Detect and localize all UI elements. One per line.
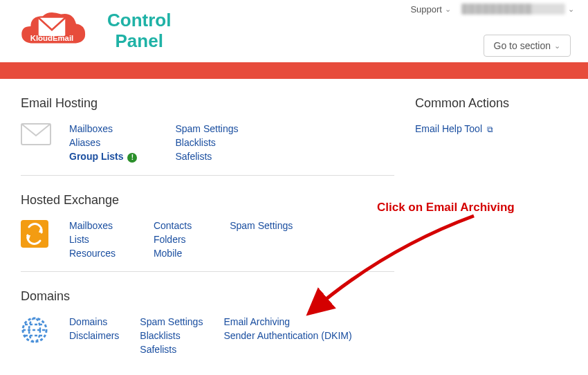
top-nav: Support ⌄ ██████████ ⌄ <box>410 3 574 15</box>
section-title: Domains <box>21 289 394 304</box>
user-label: ██████████ <box>461 3 565 15</box>
globe-icon <box>21 316 55 346</box>
link-ex-folders[interactable]: Folders <box>154 234 192 245</box>
link-domains[interactable]: Domains <box>69 316 119 327</box>
info-icon[interactable]: ! <box>127 153 137 163</box>
section-title: Email Hosting <box>21 96 394 111</box>
link-ex-contacts[interactable]: Contacts <box>154 220 192 231</box>
link-ex-spam[interactable]: Spam Settings <box>230 220 293 231</box>
link-spam-settings[interactable]: Spam Settings <box>175 123 238 134</box>
header: KloudEmail Control Panel Support ⌄ █████… <box>0 0 588 62</box>
content: Email Hosting Mailboxes Aliases Group Li… <box>0 79 588 374</box>
link-mailboxes[interactable]: Mailboxes <box>69 123 137 134</box>
help-tool-label: Email Help Tool <box>415 123 482 134</box>
goto-label: Go to section <box>494 40 551 51</box>
chevron-down-icon: ⌄ <box>445 5 451 14</box>
link-aliases[interactable]: Aliases <box>69 137 137 148</box>
link-group-lists[interactable]: Group Lists <box>69 151 124 162</box>
support-label: Support <box>410 4 442 15</box>
section-hosted-exchange: Hosted Exchange Mailboxes Lists Resource… <box>21 193 394 272</box>
chevron-down-icon: ⌄ <box>554 42 560 51</box>
title-line1: Control <box>107 10 171 31</box>
link-email-help-tool[interactable]: Email Help Tool ⧉ <box>415 123 493 134</box>
goto-section-button[interactable]: Go to section ⌄ <box>484 35 571 57</box>
exchange-icon <box>21 220 55 250</box>
sidebar-title: Common Actions <box>415 96 560 111</box>
link-safelists[interactable]: Safelists <box>175 151 238 162</box>
envelope-icon <box>21 123 55 147</box>
link-ex-mobile[interactable]: Mobile <box>154 248 192 259</box>
red-bar <box>0 62 588 79</box>
link-ex-lists[interactable]: Lists <box>69 234 116 245</box>
section-title: Hosted Exchange <box>21 193 394 208</box>
main-column: Email Hosting Mailboxes Aliases Group Li… <box>21 96 394 367</box>
chevron-down-icon: ⌄ <box>568 5 574 14</box>
link-dom-blacklists[interactable]: Blacklists <box>140 330 203 341</box>
support-menu[interactable]: Support ⌄ <box>410 4 451 15</box>
logo-text: KloudEmail <box>30 34 73 42</box>
link-disclaimers[interactable]: Disclaimers <box>69 330 119 341</box>
link-ex-resources[interactable]: Resources <box>69 248 116 259</box>
section-email-hosting: Email Hosting Mailboxes Aliases Group Li… <box>21 96 394 176</box>
link-ex-mailboxes[interactable]: Mailboxes <box>69 220 116 231</box>
logo-wrap: KloudEmail Control Panel <box>14 7 171 55</box>
external-link-icon: ⧉ <box>487 125 493 134</box>
sidebar: Common Actions Email Help Tool ⧉ <box>415 96 560 367</box>
link-email-archiving[interactable]: Email Archiving <box>223 316 351 327</box>
control-panel-title: Control Panel <box>107 10 171 52</box>
link-dom-spam[interactable]: Spam Settings <box>140 316 203 327</box>
link-dkim[interactable]: Sender Authentication (DKIM) <box>223 330 351 341</box>
title-line2: Panel <box>107 31 171 52</box>
user-menu[interactable]: ██████████ ⌄ <box>461 3 574 15</box>
kloudemail-logo: KloudEmail <box>14 7 90 55</box>
section-domains: Domains Domains Disclaimers <box>21 289 394 367</box>
link-dom-safelists[interactable]: Safelists <box>140 344 203 355</box>
link-blacklists[interactable]: Blacklists <box>175 137 238 148</box>
